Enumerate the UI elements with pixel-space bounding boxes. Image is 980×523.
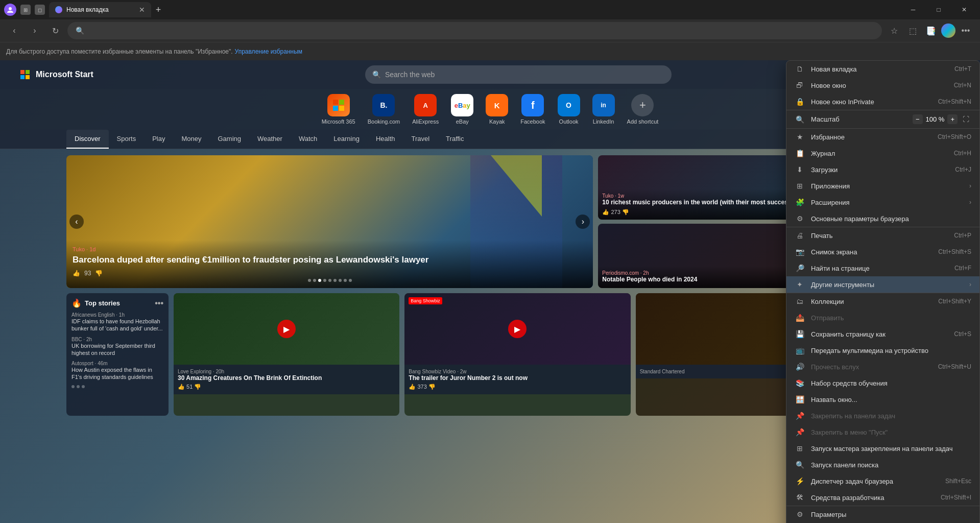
menu-more-tools[interactable]: ✦ Другие инструменты › — [786, 276, 979, 293]
address-bar[interactable]: 🔍 — [67, 22, 882, 39]
menu-save-page[interactable]: 💾 Сохранить страницу как Ctrl+S — [786, 326, 979, 342]
video-2-source: Bang Showbiz Video · 2w — [409, 369, 626, 374]
zoom-icon: 🔍 — [795, 115, 805, 124]
shortcut-facebook[interactable]: f Facebook — [520, 94, 545, 125]
close-button[interactable]: ✕ — [952, 2, 976, 18]
refresh-button[interactable]: ↻ — [47, 22, 63, 39]
story-more-button[interactable]: ••• — [155, 299, 163, 308]
zoom-minus-button[interactable]: − — [913, 114, 923, 124]
tab-health[interactable]: Health — [368, 130, 403, 149]
profile-icon[interactable] — [4, 4, 16, 16]
menu-favorites[interactable]: ★ Избранное Ctrl+Shift+O — [786, 129, 979, 145]
shortcut-ms365[interactable]: Microsoft 365 — [322, 94, 355, 125]
shortcut-kayak[interactable]: K Kayak — [486, 94, 508, 125]
menu-screenshot[interactable]: 📷 Снимок экрана Ctrl+Shift+S — [786, 244, 979, 260]
menu-history[interactable]: 📋 Журнал Ctrl+H — [786, 145, 979, 161]
menu-new-tab[interactable]: 🗋 Новая вкладка Ctrl+T — [786, 61, 979, 77]
shortcut-ebay[interactable]: eBay eBay — [451, 94, 473, 125]
menu-search-bar[interactable]: 🔍 Запуск панели поиска — [786, 457, 979, 473]
tab-sports[interactable]: Sports — [109, 130, 145, 149]
dislike-icon[interactable]: 👎 — [194, 384, 201, 390]
tab-money[interactable]: Money — [173, 130, 209, 149]
copilot-icon[interactable] — [941, 23, 955, 38]
tab-discover[interactable]: Discover — [66, 130, 109, 149]
hero-card[interactable]: ‹ › Tuko · 1d Barcelona duped after send… — [66, 155, 593, 288]
search-bar[interactable]: 🔍 Search the web — [365, 65, 672, 84]
shortcut-aliexpress[interactable]: A AliExpress — [412, 94, 439, 125]
menu-learning-tools[interactable]: 📚 Набор средств обучения — [786, 375, 979, 391]
hero-next-button[interactable]: › — [576, 215, 590, 229]
video-card-1[interactable]: ▶ Love Exploring · 20h 30 Amazing Creatu… — [174, 293, 399, 416]
like-icon[interactable]: 👍 — [178, 384, 185, 390]
menu-browser-settings[interactable]: ⚙ Основные параметры браузера — [786, 210, 979, 227]
tab-travel[interactable]: Travel — [403, 130, 438, 149]
menu-cast[interactable]: 📺 Передать мультимедиа на устройство — [786, 342, 979, 359]
forward-button[interactable]: › — [27, 22, 43, 39]
menu-find[interactable]: 🔎 Найти на странице Ctrl+F — [786, 260, 979, 276]
menu-settings[interactable]: ⚙ Параметры — [786, 506, 979, 522]
shortcut-booking[interactable]: B. Booking.com — [368, 94, 400, 125]
search-icon-bar: 🔍 — [372, 70, 381, 79]
menu-collections[interactable]: 🗂 Коллекции Ctrl+Shift+Y — [786, 293, 979, 310]
menu-downloads[interactable]: ⬇ Загрузки Ctrl+J — [786, 161, 979, 178]
story-item-2[interactable]: BBC · 2h UK borrowing for September thir… — [71, 337, 163, 357]
tab-gaming[interactable]: Gaming — [209, 130, 249, 149]
manage-favorites-link[interactable]: Управление избранным — [235, 48, 302, 55]
menu-task-manager[interactable]: ⚡ Диспетчер задач браузера Shift+Esc — [786, 473, 979, 489]
menu-devtools[interactable]: 🛠 Средства разработчика Ctrl+Shift+I — [786, 489, 979, 506]
shortcut-linkedin[interactable]: in LinkedIn — [592, 94, 615, 125]
more-tools-label: Другие инструменты — [811, 281, 963, 289]
tab-play[interactable]: Play — [144, 130, 173, 149]
menu-apps[interactable]: ⊞ Приложения › — [786, 178, 979, 194]
ext-icon-2[interactable]: ◻ — [35, 5, 45, 15]
tab-traffic[interactable]: Traffic — [438, 130, 472, 149]
reading-list-icon[interactable]: 📑 — [923, 22, 939, 39]
menu-new-window[interactable]: 🗗 Новое окно Ctrl+N — [786, 77, 979, 93]
tab-close-btn[interactable]: ✕ — [139, 6, 145, 14]
more-button[interactable]: ••• — [958, 22, 974, 39]
print-label: Печать — [811, 232, 948, 240]
fire-icon: 🔥 — [71, 298, 82, 308]
tab-weather[interactable]: Weather — [249, 130, 291, 149]
maximize-button[interactable]: □ — [927, 2, 950, 18]
menu-pin-wizard[interactable]: ⊞ Запуск мастера закрепления на панели з… — [786, 440, 979, 457]
ebay-icon: eBay — [451, 94, 473, 116]
settings-icon: ⚙ — [795, 215, 805, 223]
story-dot-1 — [71, 385, 75, 388]
tab-learning[interactable]: Learning — [325, 130, 368, 149]
menu-extensions[interactable]: 🧩 Расширения › — [786, 194, 979, 210]
story-item-3[interactable]: Autosport · 46m How Austin exposed the f… — [71, 361, 163, 381]
zoom-fullscreen-button[interactable]: ⛶ — [961, 114, 971, 124]
like-icon[interactable]: 👍 — [409, 384, 416, 390]
play-button-1[interactable]: ▶ — [277, 320, 296, 338]
tab-actions-icon[interactable]: ⬚ — [904, 22, 921, 39]
story-item-1[interactable]: Africanews English · 1h IDF claims to ha… — [71, 312, 163, 332]
hero-prev-button[interactable]: ‹ — [69, 215, 84, 229]
screenshot-label: Снимок экрана — [811, 248, 932, 256]
ext-icon-1[interactable]: ⊞ — [20, 5, 31, 15]
window-controls: ─ □ ✕ — [901, 2, 976, 18]
back-button[interactable]: ‹ — [6, 22, 22, 39]
menu-inprivate[interactable]: 🔒 Новое окно InPrivate Ctrl+Shift+N — [786, 93, 979, 110]
new-tab-button[interactable]: + — [151, 3, 165, 17]
like-icon[interactable]: 👍 — [602, 209, 609, 215]
shortcut-add-label: Add shortcut — [627, 118, 659, 125]
play-button-2[interactable]: ▶ — [508, 320, 527, 338]
like-icon[interactable]: 👍 — [73, 270, 80, 277]
address-input[interactable] — [84, 27, 874, 35]
video-card-2[interactable]: ▶ Bang Showbiz Bang Showbiz Video · 2w T… — [404, 293, 630, 416]
tab-watch[interactable]: Watch — [291, 130, 325, 149]
minimize-button[interactable]: ─ — [901, 2, 925, 18]
active-tab[interactable]: Новая вкладка ✕ — [49, 2, 151, 17]
shortcut-add[interactable]: + Add shortcut — [627, 94, 659, 125]
menu-print[interactable]: 🖨 Печать Ctrl+P — [786, 227, 979, 244]
dislike-icon[interactable]: 👎 — [622, 209, 629, 215]
read-aloud-label: Прочесть вслух — [811, 363, 932, 371]
zoom-plus-button[interactable]: + — [947, 114, 958, 124]
menu-zoom: 🔍 Масштаб − 100 % + ⛶ — [786, 110, 979, 128]
menu-name-window[interactable]: 🪟 Назвать окно... — [786, 391, 979, 408]
dislike-icon[interactable]: 👎 — [428, 384, 436, 390]
dislike-icon[interactable]: 👎 — [95, 270, 103, 277]
shortcut-outlook[interactable]: O Outlook — [558, 94, 580, 125]
favorites-star-icon[interactable]: ☆ — [886, 22, 902, 39]
